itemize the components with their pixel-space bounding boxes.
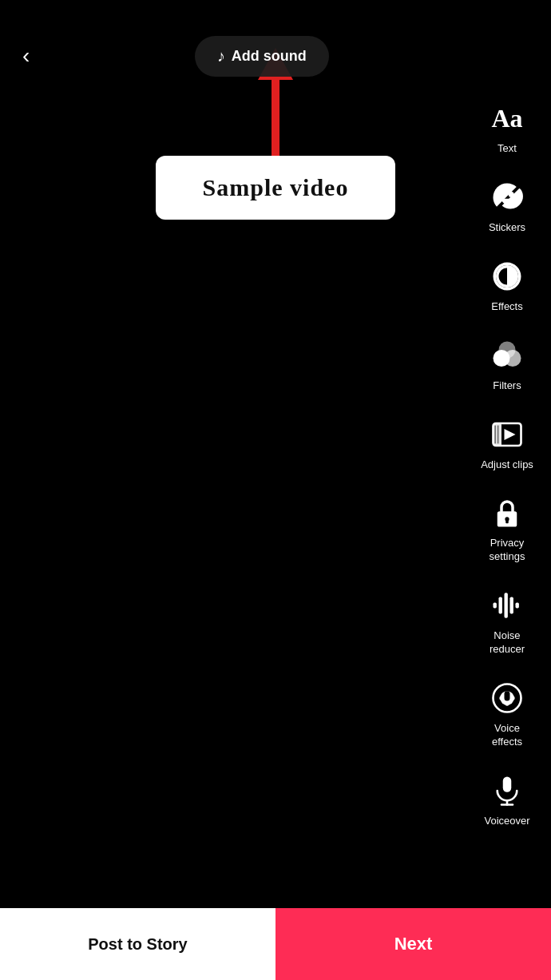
next-button[interactable]: Next	[276, 908, 551, 980]
svg-point-22	[499, 696, 503, 700]
back-button[interactable]: ‹	[16, 37, 36, 75]
adjust-clips-icon	[488, 415, 526, 454]
sidebar-item-privacy-settings[interactable]: Privacy settings	[463, 482, 551, 575]
sidebar-label-stickers: Stickers	[489, 221, 525, 235]
sidebar-item-text[interactable]: Aa Text	[463, 88, 551, 167]
sidebar-label-text: Text	[497, 142, 517, 156]
sidebar-label-voiceover: Voiceover	[484, 815, 529, 828]
svg-rect-18	[505, 596, 507, 616]
svg-rect-12	[505, 519, 509, 523]
svg-point-23	[510, 696, 514, 700]
sidebar-label-adjust-clips: Adjust clips	[481, 458, 533, 472]
voice-effects-icon	[488, 679, 526, 717]
sidebar-item-noise-reducer[interactable]: Noise reducer	[463, 575, 551, 668]
sidebar-item-effects[interactable]: Effects	[463, 246, 551, 325]
svg-point-1	[509, 192, 514, 197]
music-icon: ♪	[217, 47, 225, 65]
effects-icon	[488, 257, 526, 296]
voiceover-icon	[488, 772, 526, 810]
sidebar-label-voice-effects: Voice effects	[492, 722, 522, 749]
bottom-bar: Post to Story Next	[0, 908, 551, 980]
svg-marker-6	[505, 429, 516, 440]
svg-rect-8	[494, 425, 496, 443]
sidebar: Aa Text Stickers Effects	[463, 88, 551, 839]
video-card: Sample video	[156, 156, 395, 220]
add-sound-label: Add sound	[232, 48, 307, 65]
svg-rect-25	[503, 776, 512, 792]
svg-rect-14	[499, 597, 502, 614]
header: ‹ ♪ Add sound	[0, 0, 551, 88]
svg-rect-16	[510, 597, 513, 614]
noise-reducer-icon	[488, 586, 526, 625]
sidebar-item-voiceover[interactable]: Voiceover	[463, 760, 551, 839]
stickers-icon	[488, 178, 526, 216]
sidebar-item-stickers[interactable]: Stickers	[463, 167, 551, 246]
sidebar-item-voice-effects[interactable]: Voice effects	[463, 668, 551, 760]
sidebar-label-privacy: Privacy settings	[490, 537, 525, 564]
sidebar-item-adjust-clips[interactable]: Adjust clips	[463, 404, 551, 483]
privacy-icon	[488, 494, 526, 532]
svg-point-24	[505, 701, 509, 705]
text-icon: Aa	[488, 99, 526, 137]
svg-rect-21	[505, 691, 510, 700]
svg-rect-17	[516, 603, 519, 609]
svg-rect-9	[497, 425, 499, 443]
sidebar-label-filters: Filters	[493, 379, 521, 393]
sidebar-item-filters[interactable]: Filters	[463, 325, 551, 404]
svg-point-0	[500, 192, 505, 197]
add-sound-button[interactable]: ♪ Add sound	[195, 36, 329, 77]
video-card-text: Sample video	[203, 174, 349, 201]
sidebar-label-effects: Effects	[491, 300, 523, 314]
filters-icon	[488, 336, 526, 375]
svg-point-4	[499, 341, 516, 358]
sidebar-label-noise-reducer: Noise reducer	[490, 629, 525, 657]
post-to-story-button[interactable]: Post to Story	[0, 908, 276, 980]
svg-rect-13	[494, 603, 497, 609]
